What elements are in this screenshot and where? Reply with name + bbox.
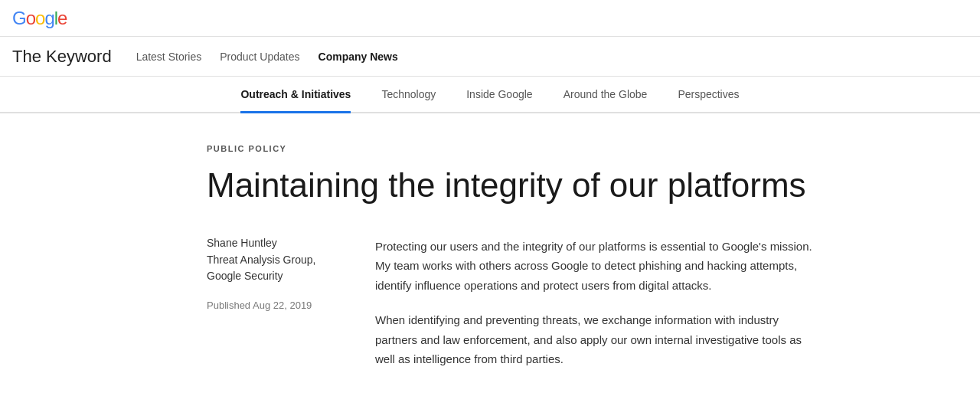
top-bar: Google bbox=[0, 0, 980, 37]
author-name: Shane Huntley bbox=[207, 237, 329, 249]
nav-row: The Keyword Latest Stories Product Updat… bbox=[0, 37, 980, 77]
logo-letter-o1: o bbox=[26, 8, 35, 29]
article-paragraph-2: When identifying and preventing threats,… bbox=[375, 310, 819, 369]
author-role-line1: Threat Analysis Group, bbox=[207, 254, 315, 266]
article-paragraph-1: Protecting our users and the integrity o… bbox=[375, 237, 819, 296]
subnav-row: Outreach & Initiatives Technology Inside… bbox=[0, 77, 980, 113]
nav-latest-stories[interactable]: Latest Stories bbox=[136, 47, 202, 66]
subnav-outreach[interactable]: Outreach & Initiatives bbox=[240, 77, 351, 113]
logo-letter-g: G bbox=[12, 8, 26, 29]
author-role: Threat Analysis Group, Google Security bbox=[207, 252, 329, 284]
category-label: PUBLIC POLICY bbox=[207, 144, 842, 153]
article-text: Protecting our users and the integrity o… bbox=[375, 237, 819, 385]
article-title: Maintaining the integrity of our platfor… bbox=[207, 165, 842, 206]
subnav-inside-google[interactable]: Inside Google bbox=[466, 77, 532, 113]
nav-product-updates[interactable]: Product Updates bbox=[220, 47, 299, 66]
nav-company-news[interactable]: Company News bbox=[318, 47, 398, 66]
primary-nav: Latest Stories Product Updates Company N… bbox=[136, 47, 398, 66]
article-body: Shane Huntley Threat Analysis Group, Goo… bbox=[207, 237, 842, 385]
published-date: Published Aug 22, 2019 bbox=[207, 300, 329, 311]
subnav-around-globe[interactable]: Around the Globe bbox=[564, 77, 648, 113]
author-section: Shane Huntley Threat Analysis Group, Goo… bbox=[207, 237, 329, 385]
main-content: PUBLIC POLICY Maintaining the integrity … bbox=[0, 113, 842, 393]
site-title[interactable]: The Keyword bbox=[12, 47, 112, 67]
google-logo[interactable]: Google bbox=[12, 8, 67, 29]
logo-letter-g2: g bbox=[44, 8, 54, 29]
subnav-perspectives[interactable]: Perspectives bbox=[678, 77, 739, 113]
logo-letter-o2: o bbox=[35, 8, 44, 29]
logo-letter-e: e bbox=[57, 8, 67, 29]
author-role-line2: Google Security bbox=[207, 270, 283, 282]
subnav-technology[interactable]: Technology bbox=[381, 77, 436, 113]
